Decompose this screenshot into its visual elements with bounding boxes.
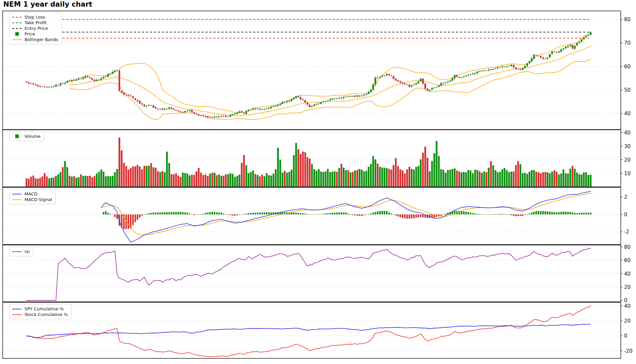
legend-item-macd-signal: MACD Signal bbox=[12, 197, 52, 202]
volume-square-icon bbox=[12, 134, 22, 138]
volume-panel-legend: Volume bbox=[9, 131, 44, 141]
legend-item-macd: MACD bbox=[12, 191, 52, 196]
legend-item-spy-cumulative: SPY Cumulative % bbox=[12, 306, 68, 311]
legend-label: Stock Cumulative % bbox=[25, 312, 68, 317]
svg-text:40: 40 bbox=[624, 130, 631, 136]
svg-text:-20: -20 bbox=[624, 348, 632, 354]
legend-label: Take Profit bbox=[25, 20, 47, 25]
chart-canvas: 80706050404030201020-280604020040200-20 bbox=[0, 0, 636, 364]
svg-text:20: 20 bbox=[624, 157, 631, 163]
macd-signal-line-icon bbox=[12, 199, 22, 200]
svg-text:80: 80 bbox=[624, 244, 631, 250]
svg-text:20: 20 bbox=[624, 284, 631, 290]
svg-text:60: 60 bbox=[624, 257, 631, 263]
svg-text:30: 30 bbox=[624, 143, 631, 149]
svg-text:40: 40 bbox=[624, 111, 631, 117]
svg-text:80: 80 bbox=[624, 17, 631, 23]
macd-histogram bbox=[103, 211, 591, 229]
legend-item-entry-price: Entry Price bbox=[12, 26, 58, 31]
rsi-panel-legend: rsi bbox=[9, 247, 33, 256]
legend-item-rsi: rsi bbox=[12, 249, 30, 254]
svg-text:10: 10 bbox=[624, 171, 631, 177]
svg-text:-2: -2 bbox=[624, 229, 629, 235]
legend-label: Bollinger Bands bbox=[25, 37, 58, 42]
price-candles-series bbox=[26, 31, 592, 119]
legend-label: MACD Signal bbox=[25, 197, 52, 202]
legend-label: Price bbox=[25, 31, 35, 36]
volume-bars-series bbox=[26, 137, 591, 187]
legend-item-price: Price bbox=[12, 31, 58, 36]
legend-item-take-profit: Take Profit bbox=[12, 20, 58, 25]
svg-text:0: 0 bbox=[624, 212, 627, 218]
svg-text:0: 0 bbox=[624, 333, 627, 339]
rsi-panel: 806040200 bbox=[3, 244, 631, 304]
stock-line-icon bbox=[12, 314, 22, 315]
chart-page: NEM 1 year daily chart 80706050404030201… bbox=[0, 0, 636, 364]
legend-label: Stop Loss bbox=[25, 15, 45, 20]
take-profit-dash-icon bbox=[12, 23, 22, 23]
legend-label: Entry Price bbox=[25, 26, 48, 31]
bollinger-bands-series bbox=[70, 32, 591, 120]
volume-panel: 40302010 bbox=[3, 130, 631, 187]
price-panel: 8070605040 bbox=[3, 11, 631, 130]
legend-label: rsi bbox=[25, 249, 30, 254]
svg-text:20: 20 bbox=[624, 318, 631, 324]
macd-line-icon bbox=[12, 194, 22, 194]
entry-price-dash-icon bbox=[12, 28, 22, 29]
svg-text:70: 70 bbox=[624, 40, 631, 46]
legend-label: Volume bbox=[25, 134, 40, 139]
legend-item-stock-cumulative: Stock Cumulative % bbox=[12, 312, 68, 317]
svg-text:60: 60 bbox=[624, 64, 631, 70]
svg-text:40: 40 bbox=[624, 271, 631, 277]
spy-line-icon bbox=[12, 309, 22, 309]
rsi-line-icon bbox=[12, 251, 22, 252]
price-panel-legend: Stop Loss Take Profit Entry Price Price … bbox=[9, 12, 62, 44]
bollinger-line-icon bbox=[12, 39, 22, 40]
legend-item-stop-loss: Stop Loss bbox=[12, 15, 58, 20]
legend-item-bollinger: Bollinger Bands bbox=[12, 37, 58, 42]
macd-panel-legend: MACD MACD Signal bbox=[9, 189, 56, 204]
svg-text:40: 40 bbox=[624, 303, 631, 309]
svg-text:2: 2 bbox=[624, 194, 627, 200]
cumulative-panel-legend: SPY Cumulative % Stock Cumulative % bbox=[9, 304, 72, 319]
stop-loss-dash-icon bbox=[12, 17, 22, 18]
cumulative-panel: 40200-20 bbox=[3, 302, 632, 358]
legend-label: SPY Cumulative % bbox=[25, 306, 64, 311]
legend-label: MACD bbox=[25, 191, 37, 196]
macd-panel: 20-2 bbox=[3, 187, 629, 244]
svg-text:50: 50 bbox=[624, 87, 631, 93]
legend-item-volume: Volume bbox=[12, 134, 40, 139]
price-square-icon bbox=[12, 32, 22, 36]
trade-level-lines bbox=[26, 20, 591, 38]
